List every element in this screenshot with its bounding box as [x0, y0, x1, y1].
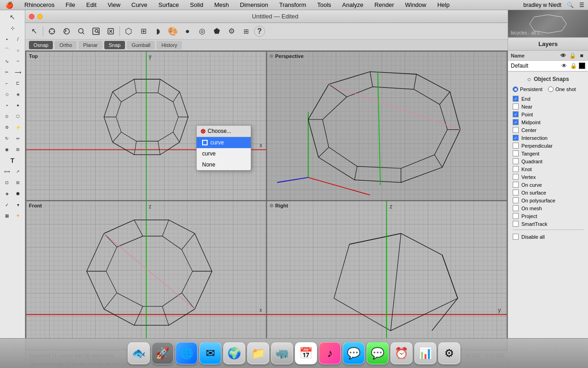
sphere-render-btn[interactable]: ● [181, 24, 194, 38]
snap-near[interactable]: Near [513, 104, 583, 109]
snap-quadrant-checkbox[interactable] [513, 158, 519, 164]
box-tool[interactable]: ▪ [2, 100, 12, 110]
one-shot-option[interactable]: One shot [548, 86, 576, 92]
layout-btn[interactable]: ⊞ [239, 24, 253, 38]
snap-intersection-checkbox[interactable] [513, 135, 519, 141]
layer-row[interactable]: Default 👁 🔒 [508, 61, 588, 71]
rotate-tool[interactable]: ↻ [2, 133, 12, 144]
disable-all-checkbox[interactable] [513, 234, 519, 240]
history-btn[interactable]: History [157, 41, 181, 49]
dock-safari[interactable]: 🌐 [175, 342, 198, 364]
layer-eye-icon[interactable]: 👁 [560, 62, 568, 69]
search-icon[interactable]: 🔍 [567, 2, 574, 8]
menu-dimension[interactable]: Dimension [238, 1, 270, 8]
menu-file[interactable]: File [64, 1, 77, 8]
dropdown-item-1[interactable]: curve [197, 148, 251, 159]
minimize-button[interactable] [37, 14, 43, 19]
menu-curve[interactable]: Curve [130, 1, 149, 8]
multiwindow-icon[interactable]: ☰ [579, 2, 584, 8]
snap-near-checkbox[interactable] [513, 104, 519, 109]
snap-intersection[interactable]: Intersection [513, 135, 583, 141]
hatch-tool[interactable]: ▦ [2, 211, 12, 221]
extend-tool[interactable]: ⟶ [13, 67, 23, 77]
boolean-tool[interactable]: ◉ [2, 144, 12, 155]
snap-end[interactable]: End [513, 96, 583, 102]
snap-on-mesh[interactable]: On mesh [513, 205, 583, 211]
arrow-select-btn[interactable]: ↖ [27, 24, 41, 38]
snap-quadrant[interactable]: Quadrant [513, 158, 583, 164]
fillet-tool[interactable]: ⌐ [2, 78, 12, 88]
snap-on-curve-checkbox[interactable] [513, 182, 519, 188]
pan-btn[interactable] [45, 24, 59, 38]
viewport-perspective[interactable]: Perspective [267, 52, 507, 200]
menu-render[interactable]: Render [373, 1, 396, 8]
viewport-top[interactable]: Top x y [26, 52, 266, 200]
menu-rhinoceros[interactable]: Rhinoceros [23, 1, 57, 8]
surface-tool2[interactable]: ◈ [13, 89, 23, 99]
arrow-down-tool[interactable]: ▾ [13, 200, 23, 210]
dock-launchpad[interactable]: 🚀 [152, 342, 174, 364]
layer-color-swatch[interactable] [579, 63, 585, 69]
group-tool[interactable]: ⊞ [13, 178, 23, 188]
line-tool[interactable]: / [13, 34, 23, 44]
dropdown-item-2[interactable]: None [197, 159, 251, 170]
snap-tangent-checkbox[interactable] [513, 150, 519, 156]
select-tool[interactable]: ↖ [2, 12, 23, 22]
menu-tools[interactable]: Tools [315, 1, 333, 8]
planar-btn[interactable]: Planar [79, 41, 102, 49]
circle-tool[interactable]: ○ [13, 45, 23, 55]
zoom-extents-btn[interactable] [104, 24, 118, 38]
lightning-tool[interactable]: ⚡ [13, 122, 23, 132]
check-tool[interactable]: ✓ [2, 200, 12, 210]
dropdown-close-icon[interactable]: ⊗ [200, 127, 206, 135]
menu-window[interactable]: Window [403, 1, 428, 8]
move-tool[interactable]: ⊹ [2, 23, 23, 33]
snap-center[interactable]: Center [513, 127, 583, 133]
zoom-window-btn[interactable] [89, 24, 103, 38]
dock-finder2[interactable]: 📁 [247, 342, 269, 364]
surface-tool1[interactable]: ◇ [2, 89, 12, 99]
leader-tool[interactable]: ↗ [13, 167, 23, 177]
curve-tool[interactable]: ~ [13, 56, 23, 66]
snap-on-polysurface-checkbox[interactable] [513, 197, 519, 203]
menu-transform[interactable]: Transform [277, 1, 308, 8]
cage-tool[interactable]: ⬢ [13, 189, 23, 199]
block-tool[interactable]: ⊡ [2, 178, 12, 188]
3d-solid-tool[interactable]: ◈ [2, 189, 12, 199]
settings-btn[interactable]: ⚙ [225, 24, 238, 38]
mesh-edit-tool[interactable]: ⊞ [13, 144, 23, 155]
text-tool[interactable]: T [2, 155, 23, 166]
snap-knot[interactable]: Knot [513, 166, 583, 172]
snap-btn[interactable]: Snap [104, 41, 125, 49]
shade-btn[interactable]: ◗ [151, 24, 165, 38]
snap-vertex[interactable]: Vertex [513, 174, 583, 180]
zoom-btn[interactable] [74, 24, 88, 38]
osnap-btn[interactable]: Osnap [29, 41, 53, 49]
render-btn[interactable]: ⬟ [210, 24, 224, 38]
layer-lock-icon[interactable]: 🔒 [570, 62, 577, 69]
snap-vertex-checkbox[interactable] [513, 174, 519, 180]
snap-project[interactable]: Project [513, 213, 583, 219]
menu-solid[interactable]: Solid [188, 1, 205, 8]
dropdown-item-0[interactable]: curve [197, 137, 251, 148]
extrude-tool[interactable]: ⬡ [13, 111, 23, 121]
sphere-tool[interactable]: ● [13, 100, 23, 110]
snap-tangent[interactable]: Tangent [513, 150, 583, 156]
snap-midpoint-checkbox[interactable] [513, 119, 519, 125]
menu-analyze[interactable]: Analyze [340, 1, 365, 8]
disable-all[interactable]: Disable all [513, 234, 583, 240]
dock-calendar[interactable]: 📅 [295, 342, 317, 364]
snap-midpoint[interactable]: Midpoint [513, 119, 583, 125]
display-mode-btn[interactable]: ◎ [195, 24, 209, 38]
ortho-btn[interactable]: Ortho [55, 41, 77, 49]
snap-center-checkbox[interactable] [513, 127, 519, 133]
close-button[interactable] [29, 14, 34, 19]
dock-mail[interactable]: ✉ [199, 342, 221, 364]
pipe-tool[interactable]: ⊙ [2, 111, 12, 121]
gumball-btn[interactable]: Gumball [127, 41, 155, 49]
mirror-tool[interactable]: ⇔ [13, 133, 23, 144]
dock-messages[interactable]: 💬 [367, 342, 389, 364]
apple-menu[interactable]: 🍎 [4, 1, 15, 9]
dock-itunes[interactable]: ♪ [319, 342, 341, 364]
arc-tool[interactable]: ⌒ [2, 45, 12, 55]
